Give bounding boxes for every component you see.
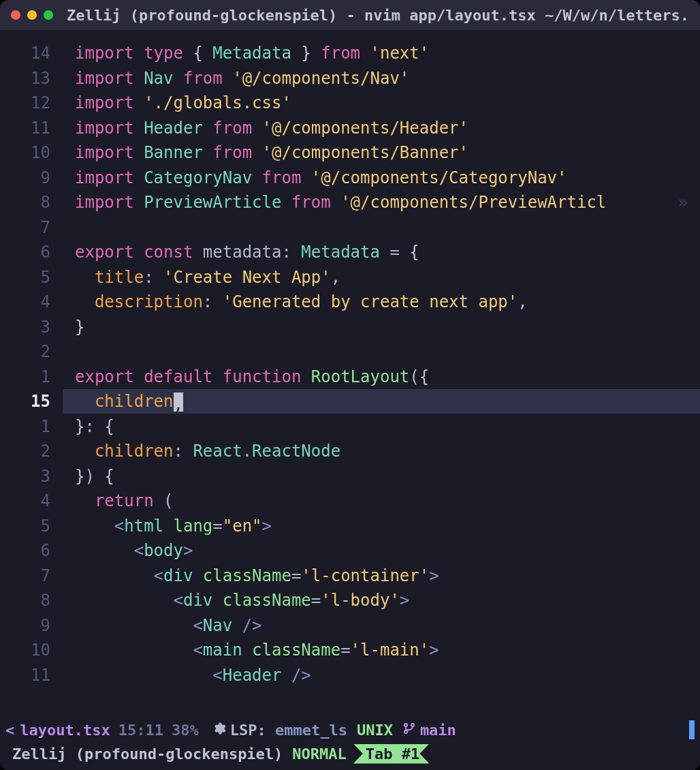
statusline-git-branch: main <box>420 722 456 739</box>
code-content[interactable]: children, <box>63 389 700 414</box>
code-content[interactable]: }) { <box>63 464 700 489</box>
code-content[interactable]: <div className='l-body'> <box>63 588 700 613</box>
code-line[interactable]: 9 <Nav /> <box>0 613 700 638</box>
code-line[interactable]: 7 <div className='l-container'> <box>0 564 700 589</box>
zellij-statusbar: Zellij (profound-glockenspiel) NORMAL Ta… <box>0 743 700 770</box>
code-content[interactable]: title: 'Create Next App', <box>63 265 700 290</box>
line-number: 3 <box>0 315 63 339</box>
line-number: 9 <box>0 613 63 638</box>
code-line[interactable]: 13import Nav from '@/components/Nav' <box>0 66 700 91</box>
line-number: 10 <box>0 140 63 165</box>
code-content[interactable]: export const metadata: Metadata = { <box>63 240 700 264</box>
statusline-filename: layout.tsx <box>20 722 110 739</box>
line-number: 15 <box>0 389 63 414</box>
code-line[interactable]: 14import type { Metadata } from 'next' <box>0 41 700 66</box>
line-number: 8 <box>0 190 63 215</box>
code-content[interactable]: <div className='l-container'> <box>63 564 700 588</box>
line-number: 1 <box>0 365 63 389</box>
code-line[interactable]: 6 <body> <box>0 538 700 564</box>
code-content[interactable]: } <box>63 315 700 339</box>
code-content[interactable]: import type { Metadata } from 'next' <box>63 41 700 65</box>
zellij-session-name: Zellij (profound-glockenspiel) <box>12 745 283 763</box>
maximize-window-icon[interactable] <box>44 10 53 20</box>
line-number: 5 <box>0 265 63 290</box>
code-line[interactable]: 5 <html lang="en"> <box>0 514 700 539</box>
line-number: 5 <box>0 514 63 538</box>
line-number: 14 <box>0 41 63 65</box>
traffic-lights <box>11 10 53 20</box>
line-overflow-icon: » <box>678 190 688 215</box>
line-number: 2 <box>0 339 63 364</box>
line-number: 13 <box>0 66 63 91</box>
code-content[interactable]: import Header from '@/components/Header' <box>63 116 700 140</box>
code-line[interactable]: 7 <box>0 215 700 241</box>
statusline-lsp-value: emmet_ls <box>275 722 347 739</box>
code-line[interactable]: 10import Banner from '@/components/Banne… <box>0 140 700 166</box>
git-branch-icon <box>402 722 416 739</box>
line-number: 2 <box>0 439 63 463</box>
code-content[interactable]: import './globals.css' <box>63 91 700 115</box>
code-line[interactable]: 2 <box>0 339 700 365</box>
code-line[interactable]: 10 <main className='l-main'> <box>0 638 700 663</box>
code-line[interactable]: 3}) { <box>0 464 700 489</box>
line-number: 6 <box>0 240 63 264</box>
editor-viewport[interactable]: 14import type { Metadata } from 'next'13… <box>0 30 700 717</box>
line-number: 3 <box>0 464 63 489</box>
code-line[interactable]: 1export default function RootLayout({ <box>0 365 700 390</box>
code-content[interactable]: <Nav /> <box>63 613 700 638</box>
statusline-indicator <box>689 720 695 739</box>
zellij-tab[interactable]: Tab #1 <box>353 744 429 764</box>
code-content[interactable]: import PreviewArticle from '@/components… <box>63 190 700 215</box>
code-line[interactable]: 11 <Header /> <box>0 663 700 688</box>
minimize-window-icon[interactable] <box>27 10 37 20</box>
code-line[interactable]: 4 description: 'Generated by create next… <box>0 290 700 315</box>
code-line[interactable]: 1}: { <box>0 414 700 440</box>
line-number: 9 <box>0 166 63 190</box>
code-content[interactable]: }: { <box>63 414 700 439</box>
code-line[interactable]: 11import Header from '@/components/Heade… <box>0 116 700 141</box>
code-content[interactable]: import Banner from '@/components/Banner' <box>63 140 700 165</box>
code-content[interactable]: <main className='l-main'> <box>63 638 700 662</box>
svg-point-1 <box>404 730 407 733</box>
code-line[interactable]: 8 <div className='l-body'> <box>0 588 700 613</box>
line-number: 7 <box>0 564 63 588</box>
code-line[interactable]: 5 title: 'Create Next App', <box>0 265 700 290</box>
code-line[interactable]: 8import PreviewArticle from '@/component… <box>0 190 700 215</box>
line-number: 12 <box>0 91 63 115</box>
code-line[interactable]: 4 return ( <box>0 489 700 514</box>
line-number: 8 <box>0 588 63 613</box>
line-number: 7 <box>0 215 63 240</box>
window-title: Zellij (profound-glockenspiel) - nvim ap… <box>67 7 689 24</box>
code-content[interactable]: export default function RootLayout({ <box>63 365 700 389</box>
code-line[interactable]: 2 children: React.ReactNode <box>0 439 700 464</box>
code-content[interactable]: children: React.ReactNode <box>63 439 700 463</box>
code-content[interactable]: return ( <box>63 489 700 513</box>
svg-point-2 <box>411 723 414 726</box>
line-number: 11 <box>0 116 63 140</box>
code-line[interactable]: 6export const metadata: Metadata = { <box>0 240 700 265</box>
code-content[interactable]: import Nav from '@/components/Nav' <box>63 66 700 91</box>
zellij-mode: NORMAL <box>292 745 346 763</box>
code-content[interactable]: <body> <box>63 538 700 563</box>
code-content[interactable]: <Header /> <box>63 663 700 688</box>
code-content[interactable]: description: 'Generated by create next a… <box>63 290 700 314</box>
statusline-encoding: UNIX <box>357 722 393 739</box>
code-line[interactable]: 15 children, <box>0 389 700 414</box>
svg-point-0 <box>404 723 407 726</box>
vim-statusline: < layout.tsx 15:11 38% LSP: emmet_ls UNI… <box>0 717 700 743</box>
code-line[interactable]: 12import './globals.css' <box>0 91 700 116</box>
code-line[interactable]: 3} <box>0 315 700 340</box>
code-content[interactable]: <html lang="en"> <box>63 514 700 538</box>
statusline-lsp-label: LSP: <box>230 722 266 739</box>
line-number: 4 <box>0 290 63 314</box>
line-number: 1 <box>0 414 63 439</box>
statusline-caret: < <box>5 722 14 739</box>
titlebar: Zellij (profound-glockenspiel) - nvim ap… <box>0 0 700 30</box>
close-window-icon[interactable] <box>11 10 20 20</box>
code-line[interactable]: 9import CategoryNav from '@/components/C… <box>0 166 700 191</box>
terminal-window: Zellij (profound-glockenspiel) - nvim ap… <box>0 0 700 770</box>
line-number: 11 <box>0 663 63 688</box>
line-number: 6 <box>0 538 63 563</box>
line-number: 10 <box>0 638 63 662</box>
code-content[interactable]: import CategoryNav from '@/components/Ca… <box>63 166 700 190</box>
